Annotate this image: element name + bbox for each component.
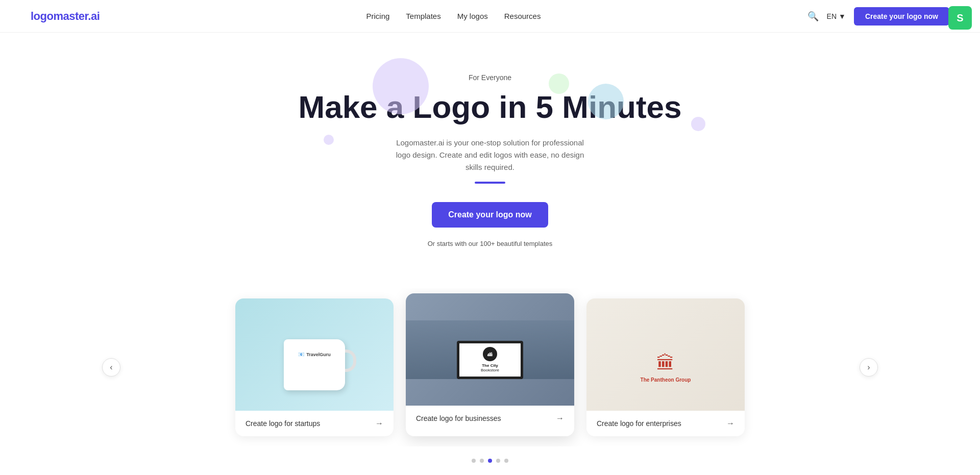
sign-board-mockup: 🏙 The City Bookstore (457, 341, 523, 379)
carousel-dots (0, 459, 980, 463)
logo[interactable]: logomaster.ai (31, 10, 100, 23)
card-image-enterprises: 🏛 The Pantheon Group (586, 298, 745, 411)
card-label-enterprises: Create logo for enterprises (597, 419, 681, 428)
nav-right: 🔍 EN ▼ Create your logo now (807, 7, 949, 26)
hero-title: Make a Logo in 5 Minutes (10, 90, 970, 124)
card-label-startups: Create logo for startups (246, 419, 320, 428)
deco-circle-5 (324, 135, 334, 145)
deco-circle-1 (373, 58, 429, 114)
nav-links: Pricing Templates My logos Resources (366, 12, 541, 20)
card-footer-businesses: Create logo for businesses → (406, 406, 574, 431)
carousel-dot-2[interactable] (480, 459, 484, 463)
card-footer-startups: Create logo for startups → (235, 411, 394, 436)
hero-section: For Everyone Make a Logo in 5 Minutes Lo… (0, 33, 980, 278)
user-initial: S (957, 12, 963, 24)
search-button[interactable]: 🔍 (807, 11, 819, 22)
logo-text: logomaster.ai (31, 10, 100, 22)
mug-logo-text: TravelGuru (306, 352, 331, 357)
search-icon: 🔍 (807, 11, 819, 21)
sign-text-line1: The City (482, 363, 498, 368)
navbar: logomaster.ai Pricing Templates My logos… (0, 0, 980, 33)
arrow-right-icon-businesses: → (556, 414, 564, 423)
arrow-right-icon-enterprises: → (726, 419, 734, 428)
sign-text-line2: Bookstore (481, 368, 499, 372)
carousel-card-startups[interactable]: 📧 TravelGuru Create logo for startups → (235, 298, 394, 436)
nav-my-logos[interactable]: My logos (457, 12, 488, 20)
deco-circle-2 (588, 84, 624, 119)
card-image-startups: 📧 TravelGuru (235, 298, 394, 411)
carousel-dot-4[interactable] (496, 459, 500, 463)
hero-templates-link[interactable]: Or starts with our 100+ beautiful templa… (10, 240, 970, 247)
chevron-left-icon: ‹ (110, 363, 112, 372)
carousel-card-businesses[interactable]: 🏙 The City Bookstore Create logo for bus… (406, 293, 574, 436)
carousel-track: 📧 TravelGuru Create logo for startups → (0, 288, 980, 446)
carousel-prev-button[interactable]: ‹ (102, 358, 120, 377)
carousel-next-button[interactable]: › (860, 358, 878, 377)
deco-circle-3 (549, 73, 569, 94)
nav-templates[interactable]: Templates (406, 12, 440, 20)
arrow-right-icon-startups: → (375, 419, 383, 428)
carousel-wrapper: ‹ 📧 TravelGuru (0, 288, 980, 446)
mug-handle (345, 349, 356, 372)
paper-logo-name: The Pantheon Group (641, 377, 691, 383)
deco-circle-4 (691, 117, 705, 131)
nav-pricing[interactable]: Pricing (366, 12, 389, 20)
nav-resources[interactable]: Resources (504, 12, 541, 20)
carousel-card-enterprises[interactable]: 🏛 The Pantheon Group Create logo for ent… (586, 298, 745, 436)
hero-subtitle: Logomaster.ai is your one-stop solution … (388, 137, 592, 173)
card-footer-enterprises: Create logo for enterprises → (586, 411, 745, 436)
hero-cta-button[interactable]: Create your logo now (432, 202, 548, 228)
carousel-dot-1[interactable] (472, 459, 476, 463)
hero-divider (475, 182, 505, 184)
language-selector[interactable]: EN ▼ (827, 12, 846, 20)
card-image-businesses: 🏙 The City Bookstore (406, 293, 574, 406)
carousel-dot-3[interactable] (488, 459, 492, 463)
carousel-dot-5[interactable] (504, 459, 508, 463)
hero-tagline: For Everyone (10, 73, 970, 82)
carousel-section: ‹ 📧 TravelGuru (0, 278, 980, 475)
paper-logo-mockup: 🏛 The Pantheon Group (641, 337, 691, 383)
user-avatar[interactable]: S (948, 6, 972, 30)
chevron-right-icon: › (867, 363, 870, 372)
nav-cta-button[interactable]: Create your logo now (854, 7, 949, 26)
chevron-down-icon: ▼ (839, 12, 846, 20)
mug-mockup: 📧 TravelGuru (284, 339, 345, 390)
card-label-businesses: Create logo for businesses (416, 414, 501, 422)
